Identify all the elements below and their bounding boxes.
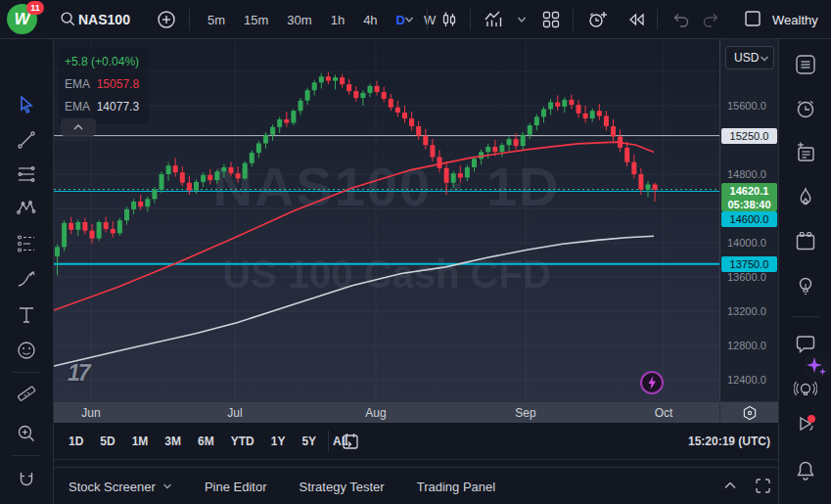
candle[interactable] xyxy=(312,80,317,96)
inspiration-bulb-waves-icon[interactable] xyxy=(794,378,817,401)
trend-line-tool-icon[interactable] xyxy=(16,129,37,151)
save-layout-icon[interactable] xyxy=(744,10,762,27)
candle[interactable] xyxy=(270,124,275,141)
candle[interactable] xyxy=(62,220,67,251)
candle[interactable] xyxy=(319,73,324,89)
candle[interactable] xyxy=(465,164,470,181)
candle[interactable] xyxy=(583,106,588,122)
indicators-chevron-down-icon[interactable] xyxy=(516,14,528,25)
candle[interactable] xyxy=(604,111,609,130)
notes-icon[interactable] xyxy=(794,142,817,165)
tradingview-logo[interactable]: 17 xyxy=(68,360,89,387)
alert-add-icon[interactable] xyxy=(587,10,609,29)
candle[interactable] xyxy=(624,142,629,166)
candle[interactable] xyxy=(485,143,490,159)
indicators-icon[interactable] xyxy=(484,10,505,29)
candle[interactable] xyxy=(375,81,380,96)
tab-pine-editor[interactable]: Pine Editor xyxy=(205,480,267,494)
candle[interactable] xyxy=(416,121,421,140)
candle[interactable] xyxy=(124,206,129,224)
candle[interactable] xyxy=(166,162,171,181)
candle[interactable] xyxy=(409,112,414,130)
timeframe-chevron-down-icon[interactable] xyxy=(403,14,415,25)
timeframe-W[interactable]: W xyxy=(419,10,440,30)
streams-live-icon[interactable] xyxy=(794,412,817,435)
candle[interactable] xyxy=(305,88,310,105)
hotlists-flame-icon[interactable] xyxy=(794,186,817,209)
candle[interactable] xyxy=(548,99,553,115)
alerts-icon[interactable] xyxy=(794,97,817,120)
symbol-name[interactable]: NAS100 xyxy=(78,12,130,27)
compare-add-icon[interactable] xyxy=(157,10,176,29)
candle[interactable] xyxy=(117,218,122,236)
axis-settings-icon[interactable] xyxy=(742,405,758,421)
candle[interactable] xyxy=(145,197,150,212)
candle[interactable] xyxy=(389,94,393,111)
candle[interactable] xyxy=(236,166,241,183)
tab-stock-screener[interactable]: Stock Screener xyxy=(69,480,172,494)
candle[interactable] xyxy=(590,109,595,122)
candle[interactable] xyxy=(333,74,338,89)
candle[interactable] xyxy=(534,115,539,131)
candle[interactable] xyxy=(562,97,567,113)
redo-icon[interactable] xyxy=(701,10,720,29)
layout-grid-icon[interactable] xyxy=(541,10,561,29)
forecast-tool-icon[interactable] xyxy=(16,233,37,254)
candle[interactable] xyxy=(458,165,463,182)
magnet-tool-icon[interactable] xyxy=(16,469,37,490)
candle[interactable] xyxy=(75,219,80,236)
price-axis[interactable]: USD 15600.014800.014000.013600.013200.01… xyxy=(719,39,778,401)
candle[interactable] xyxy=(541,107,546,123)
range-1d[interactable]: 1D xyxy=(64,432,88,451)
xabcd-pattern-tool-icon[interactable] xyxy=(16,198,37,219)
watchlist-icon[interactable] xyxy=(794,53,817,76)
candle[interactable] xyxy=(346,79,351,95)
candle[interactable] xyxy=(577,100,581,117)
candle[interactable] xyxy=(82,218,87,235)
timeframe-1h[interactable]: 1h xyxy=(326,10,349,30)
tab-strategy-tester[interactable]: Strategy Tester xyxy=(299,480,384,494)
candle[interactable] xyxy=(221,163,226,177)
candle[interactable] xyxy=(243,161,248,180)
candle[interactable] xyxy=(97,220,102,241)
candle[interactable] xyxy=(256,141,261,158)
cursor-tool-icon[interactable] xyxy=(16,94,37,115)
ideas-lightbulb-icon[interactable] xyxy=(794,274,817,298)
candle[interactable] xyxy=(631,155,636,178)
candle[interactable] xyxy=(299,98,303,115)
candle[interactable] xyxy=(138,195,143,210)
candle[interactable] xyxy=(444,161,449,195)
candle[interactable] xyxy=(555,95,560,111)
candle[interactable] xyxy=(395,101,400,117)
candle[interactable] xyxy=(250,150,254,166)
measure-tool-icon[interactable] xyxy=(16,383,37,404)
search-icon[interactable] xyxy=(59,10,76,27)
candle[interactable] xyxy=(340,74,345,88)
tab-trading-panel[interactable]: Trading Panel xyxy=(417,480,495,494)
candle[interactable] xyxy=(528,122,532,139)
timeframe-15m[interactable]: 15m xyxy=(239,10,273,30)
candlestick-chart[interactable] xyxy=(54,39,719,401)
candle[interactable] xyxy=(521,132,526,150)
axis-settings-corner[interactable] xyxy=(719,401,778,423)
candle[interactable] xyxy=(646,181,651,198)
candle[interactable] xyxy=(499,143,504,158)
timeframe-5m[interactable]: 5m xyxy=(203,10,230,30)
candle[interactable] xyxy=(382,87,387,103)
candle[interactable] xyxy=(263,132,268,149)
candle[interactable] xyxy=(360,90,365,106)
candle[interactable] xyxy=(55,245,60,275)
account-name[interactable]: Wealthy xyxy=(772,13,818,27)
currency-selector[interactable]: USD xyxy=(725,46,774,69)
candle[interactable] xyxy=(569,95,574,110)
fib-retracement-tool-icon[interactable] xyxy=(16,163,37,185)
text-tool-icon[interactable] xyxy=(16,304,37,326)
clock[interactable]: 15:20:19 (UTC) xyxy=(688,435,770,448)
range-5y[interactable]: 5Y xyxy=(297,432,321,451)
ema-line[interactable] xyxy=(54,236,654,366)
candle[interactable] xyxy=(618,129,623,152)
undo-icon[interactable] xyxy=(671,10,691,29)
time-axis[interactable]: JunJulAugSepOct xyxy=(54,401,719,423)
zoom-in-tool-icon[interactable] xyxy=(16,423,37,444)
candle[interactable] xyxy=(104,217,109,233)
